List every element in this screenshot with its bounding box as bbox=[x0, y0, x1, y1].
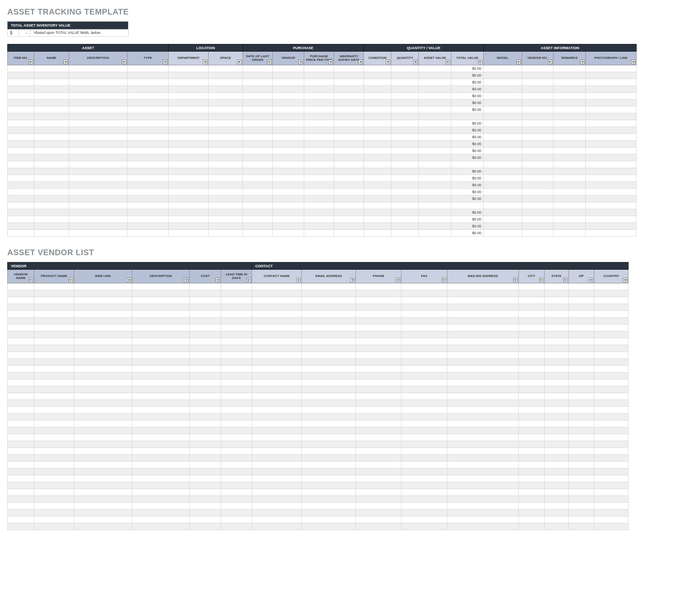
cell[interactable] bbox=[522, 175, 553, 182]
cell[interactable] bbox=[553, 209, 585, 216]
cell[interactable] bbox=[209, 161, 242, 168]
cell[interactable] bbox=[69, 106, 127, 113]
cell[interactable] bbox=[74, 283, 132, 290]
cell[interactable] bbox=[69, 154, 127, 161]
cell[interactable] bbox=[242, 127, 272, 134]
cell[interactable] bbox=[419, 230, 451, 237]
filter-dropdown-icon[interactable] bbox=[623, 278, 627, 282]
cell[interactable] bbox=[190, 448, 221, 455]
cell[interactable] bbox=[221, 290, 252, 297]
cell[interactable] bbox=[127, 189, 169, 196]
cell[interactable] bbox=[586, 223, 637, 230]
cell[interactable] bbox=[132, 414, 190, 420]
cell[interactable] bbox=[252, 516, 302, 523]
cell[interactable] bbox=[169, 113, 209, 120]
cell[interactable] bbox=[391, 113, 419, 120]
cell[interactable] bbox=[8, 311, 34, 318]
table-row[interactable]: $0.00 bbox=[8, 79, 637, 86]
cell[interactable] bbox=[169, 230, 209, 237]
cell[interactable] bbox=[302, 448, 356, 455]
table-row[interactable]: $0.00 bbox=[8, 148, 637, 154]
cell[interactable] bbox=[169, 86, 209, 93]
cell[interactable] bbox=[190, 304, 221, 311]
cell[interactable] bbox=[8, 400, 34, 407]
cell[interactable] bbox=[69, 175, 127, 182]
cell[interactable] bbox=[190, 345, 221, 352]
cell[interactable] bbox=[594, 338, 629, 345]
cell[interactable] bbox=[391, 230, 419, 237]
cell[interactable] bbox=[221, 489, 252, 496]
cell[interactable] bbox=[364, 216, 391, 223]
cell[interactable] bbox=[209, 196, 242, 202]
cell[interactable] bbox=[544, 427, 568, 434]
cell[interactable] bbox=[568, 373, 594, 379]
cell[interactable] bbox=[34, 120, 69, 127]
cell[interactable] bbox=[8, 462, 34, 468]
cell[interactable] bbox=[401, 482, 447, 489]
cell[interactable] bbox=[74, 427, 132, 434]
cell[interactable] bbox=[221, 345, 252, 352]
cell[interactable] bbox=[169, 134, 209, 141]
table-row[interactable]: $0.00 bbox=[8, 230, 637, 237]
cell[interactable] bbox=[594, 379, 629, 386]
cell[interactable] bbox=[391, 148, 419, 154]
cell[interactable] bbox=[522, 127, 553, 134]
cell[interactable] bbox=[169, 189, 209, 196]
cell[interactable] bbox=[132, 448, 190, 455]
cell[interactable]: $0.00 bbox=[451, 223, 483, 230]
cell[interactable] bbox=[132, 290, 190, 297]
cell[interactable] bbox=[364, 65, 391, 72]
cell[interactable] bbox=[544, 359, 568, 366]
cell[interactable] bbox=[518, 290, 544, 297]
filter-dropdown-icon[interactable] bbox=[63, 60, 68, 64]
table-row[interactable] bbox=[8, 352, 629, 359]
cell[interactable] bbox=[483, 202, 522, 209]
cell[interactable] bbox=[242, 148, 272, 154]
table-row[interactable] bbox=[8, 304, 629, 311]
cell[interactable] bbox=[34, 318, 74, 325]
table-row[interactable] bbox=[8, 386, 629, 393]
cell[interactable] bbox=[356, 468, 401, 475]
cell[interactable] bbox=[132, 359, 190, 366]
cell[interactable] bbox=[74, 400, 132, 407]
cell[interactable] bbox=[302, 462, 356, 468]
cell[interactable] bbox=[544, 448, 568, 455]
cell[interactable] bbox=[586, 230, 637, 237]
cell[interactable] bbox=[8, 93, 34, 100]
cell[interactable] bbox=[522, 182, 553, 189]
cell[interactable] bbox=[34, 79, 69, 86]
cell[interactable] bbox=[302, 345, 356, 352]
cell[interactable] bbox=[586, 134, 637, 141]
cell[interactable] bbox=[586, 72, 637, 79]
cell[interactable] bbox=[190, 379, 221, 386]
cell[interactable] bbox=[518, 496, 544, 503]
cell[interactable] bbox=[34, 223, 69, 230]
cell[interactable] bbox=[553, 120, 585, 127]
filter-dropdown-icon[interactable] bbox=[296, 278, 301, 282]
cell[interactable] bbox=[221, 448, 252, 455]
cell[interactable] bbox=[34, 100, 69, 106]
cell[interactable] bbox=[553, 182, 585, 189]
cell[interactable] bbox=[483, 79, 522, 86]
cell[interactable] bbox=[594, 331, 629, 338]
cell[interactable] bbox=[8, 482, 34, 489]
table-row[interactable] bbox=[8, 462, 629, 468]
cell[interactable] bbox=[34, 113, 69, 120]
cell[interactable]: $0.00 bbox=[451, 196, 483, 202]
cell[interactable] bbox=[34, 366, 74, 373]
cell[interactable] bbox=[522, 223, 553, 230]
cell[interactable] bbox=[34, 106, 69, 113]
cell[interactable] bbox=[252, 338, 302, 345]
cell[interactable] bbox=[483, 209, 522, 216]
cell[interactable] bbox=[419, 154, 451, 161]
cell[interactable] bbox=[518, 386, 544, 393]
cell[interactable] bbox=[252, 482, 302, 489]
cell[interactable] bbox=[553, 72, 585, 79]
cell[interactable] bbox=[34, 338, 74, 345]
table-row[interactable] bbox=[8, 113, 637, 120]
cell[interactable] bbox=[8, 134, 34, 141]
cell[interactable] bbox=[518, 414, 544, 420]
cell[interactable] bbox=[553, 113, 585, 120]
cell[interactable] bbox=[34, 86, 69, 93]
cell[interactable] bbox=[209, 223, 242, 230]
